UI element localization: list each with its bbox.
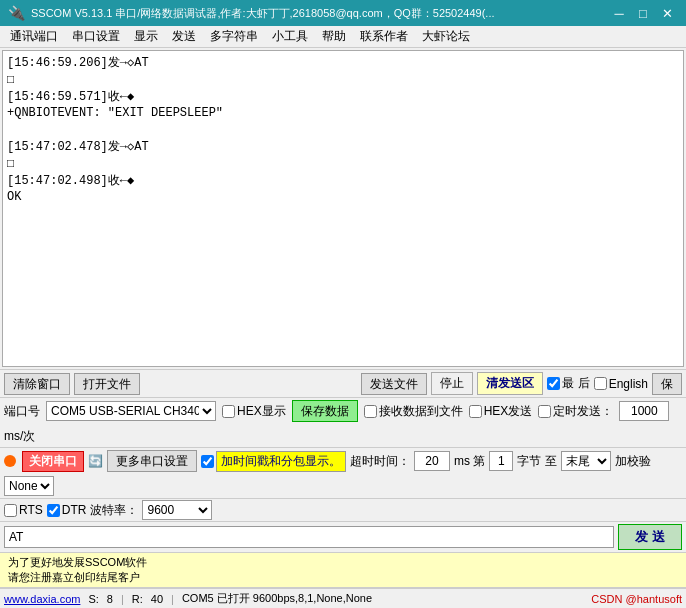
notification-text: 为了更好地发展SSCOM软件请您注册嘉立创印结尾客户 bbox=[8, 556, 147, 583]
settings-row2: 关闭串口 🔄 更多串口设置 加时间戳和分包显示。 超时时间： ms 第 字节 至… bbox=[0, 448, 686, 499]
main-area: [15:46:59.206]发→◇AT □ [15:46:59.571]收←◆ … bbox=[0, 48, 686, 369]
timeout-unit: ms 第 bbox=[454, 453, 485, 470]
timed-unit: ms/次 bbox=[4, 428, 35, 445]
save-button[interactable]: 保 bbox=[652, 373, 682, 395]
open-file-button[interactable]: 打开文件 bbox=[74, 373, 140, 395]
r-value: 40 bbox=[151, 593, 163, 605]
hex-show-text: HEX显示 bbox=[237, 403, 286, 420]
r-label: R: bbox=[132, 593, 143, 605]
settings-row: 端口号 COM5 USB-SERIAL CH340 HEX显示 保存数据 接收数… bbox=[0, 398, 686, 448]
checksum-select[interactable]: None bbox=[4, 476, 54, 496]
timestamp-label: 加时间戳和分包显示。 bbox=[216, 451, 346, 472]
baud-label: 波特率： bbox=[90, 502, 138, 519]
title-bar: 🔌 SSCOM V5.13.1 串口/网络数据调试器,作者:大虾丁丁,26180… bbox=[0, 0, 686, 26]
byte-label: 字节 至 bbox=[517, 453, 556, 470]
port-label: 端口号 bbox=[4, 403, 40, 420]
credit: CSDN @hantusoft bbox=[591, 593, 682, 605]
dtr-checkbox[interactable] bbox=[47, 504, 60, 517]
save-recv-label[interactable]: 接收数据到文件 bbox=[364, 403, 463, 420]
menu-item-通讯端口[interactable]: 通讯端口 bbox=[4, 26, 64, 47]
hex-show-checkbox[interactable] bbox=[222, 405, 235, 418]
timestamp-checkbox-label[interactable]: 加时间戳和分包显示。 bbox=[201, 451, 346, 472]
menu-bar: 通讯端口串口设置显示发送多字符串小工具帮助联系作者大虾论坛 bbox=[0, 26, 686, 48]
rts-checkbox[interactable] bbox=[4, 504, 17, 517]
rts-dtr-row: RTS DTR 波特率： 9600 bbox=[0, 499, 686, 522]
status-bar: www.daxia.com S:8 | R:40 | COM5 已打开 9600… bbox=[0, 588, 686, 608]
english-checkbox-label[interactable]: English bbox=[594, 377, 648, 391]
clear-send-area-button[interactable]: 清发送区 bbox=[477, 372, 543, 395]
dtr-label[interactable]: DTR bbox=[47, 503, 87, 517]
end-select[interactable]: 末尾 bbox=[561, 451, 611, 471]
send-file-button[interactable]: 发送文件 bbox=[361, 373, 427, 395]
timeout-label: 超时时间： bbox=[350, 453, 410, 470]
timeout-input[interactable] bbox=[414, 451, 450, 471]
checksum-label: 加校验 bbox=[615, 453, 651, 470]
s-value: 8 bbox=[107, 593, 113, 605]
refresh-icon[interactable]: 🔄 bbox=[88, 454, 103, 468]
last-checkbox[interactable] bbox=[547, 377, 560, 390]
log-area[interactable]: [15:46:59.206]发→◇AT □ [15:46:59.571]收←◆ … bbox=[2, 50, 684, 367]
timed-ms-input[interactable] bbox=[619, 401, 669, 421]
more-ports-button[interactable]: 更多串口设置 bbox=[107, 450, 197, 472]
last-label: 最 后 bbox=[562, 375, 589, 392]
rts-label[interactable]: RTS bbox=[4, 503, 43, 517]
menu-item-联系作者[interactable]: 联系作者 bbox=[354, 26, 414, 47]
send-row: 发 送 bbox=[0, 522, 686, 553]
baud-select[interactable]: 9600 bbox=[142, 500, 212, 520]
hex-send-label[interactable]: HEX发送 bbox=[469, 403, 533, 420]
english-label: English bbox=[609, 377, 648, 391]
menu-item-大虾论坛[interactable]: 大虾论坛 bbox=[416, 26, 476, 47]
save-recv-text: 接收数据到文件 bbox=[379, 403, 463, 420]
menu-item-帮助[interactable]: 帮助 bbox=[316, 26, 352, 47]
title-bar-title: SSCOM V5.13.1 串口/网络数据调试器,作者:大虾丁丁,2618058… bbox=[31, 6, 495, 21]
menu-item-显示[interactable]: 显示 bbox=[128, 26, 164, 47]
hex-show-label[interactable]: HEX显示 bbox=[222, 403, 286, 420]
bottom-section: 清除窗口 打开文件 发送文件 停止 清发送区 最 后 English 保 端口号… bbox=[0, 369, 686, 608]
rts-text: RTS bbox=[19, 503, 43, 517]
save-recv-checkbox[interactable] bbox=[364, 405, 377, 418]
title-bar-controls: ─ □ ✕ bbox=[608, 4, 678, 22]
stop-button[interactable]: 停止 bbox=[431, 372, 473, 395]
minimize-button[interactable]: ─ bbox=[608, 4, 630, 22]
hex-send-checkbox[interactable] bbox=[469, 405, 482, 418]
toolbar-row: 清除窗口 打开文件 发送文件 停止 清发送区 最 后 English 保 bbox=[0, 370, 686, 398]
menu-item-发送[interactable]: 发送 bbox=[166, 26, 202, 47]
send-input[interactable] bbox=[4, 526, 614, 548]
close-button[interactable]: ✕ bbox=[656, 4, 678, 22]
last-checkbox-label[interactable]: 最 后 bbox=[547, 375, 589, 392]
save-data-button[interactable]: 保存数据 bbox=[292, 400, 358, 422]
close-port-button[interactable]: 关闭串口 bbox=[22, 451, 84, 472]
s-label: S: bbox=[88, 593, 98, 605]
close-port-label: 关闭串口 bbox=[29, 453, 77, 470]
dtr-text: DTR bbox=[62, 503, 87, 517]
english-checkbox[interactable] bbox=[594, 377, 607, 390]
app-icon: 🔌 bbox=[8, 5, 25, 21]
menu-item-多字符串[interactable]: 多字符串 bbox=[204, 26, 264, 47]
notification-row: 为了更好地发展SSCOM软件请您注册嘉立创印结尾客户 bbox=[0, 553, 686, 588]
title-bar-left: 🔌 SSCOM V5.13.1 串口/网络数据调试器,作者:大虾丁丁,26180… bbox=[8, 5, 495, 21]
menu-item-小工具[interactable]: 小工具 bbox=[266, 26, 314, 47]
menu-item-串口设置[interactable]: 串口设置 bbox=[66, 26, 126, 47]
byte-num-input[interactable] bbox=[489, 451, 513, 471]
hex-send-text: HEX发送 bbox=[484, 403, 533, 420]
website-link[interactable]: www.daxia.com bbox=[4, 593, 80, 605]
timed-send-label[interactable]: 定时发送： bbox=[538, 403, 613, 420]
circle-icon bbox=[4, 455, 18, 467]
send-button[interactable]: 发 送 bbox=[618, 524, 682, 550]
maximize-button[interactable]: □ bbox=[632, 4, 654, 22]
port-status: COM5 已打开 9600bps,8,1,None,None bbox=[182, 591, 372, 606]
port-select[interactable]: COM5 USB-SERIAL CH340 bbox=[46, 401, 216, 421]
clear-window-button[interactable]: 清除窗口 bbox=[4, 373, 70, 395]
timed-send-text: 定时发送： bbox=[553, 403, 613, 420]
timestamp-checkbox[interactable] bbox=[201, 455, 214, 468]
timed-send-checkbox[interactable] bbox=[538, 405, 551, 418]
